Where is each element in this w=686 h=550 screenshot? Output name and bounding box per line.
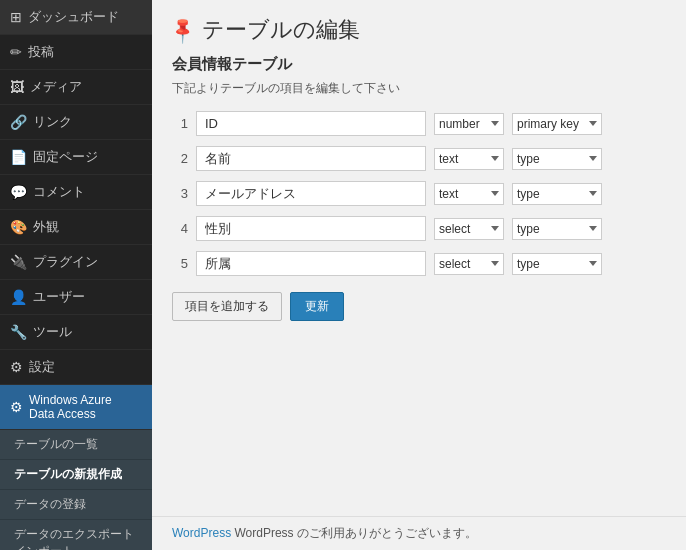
update-button[interactable]: 更新 (290, 292, 344, 321)
field-type-select[interactable]: numbertextselectdate (434, 218, 504, 240)
sidebar-item-posts[interactable]: ✏ 投稿 (0, 35, 152, 70)
sidebar-item-label: リンク (33, 113, 72, 131)
add-item-button[interactable]: 項目を追加する (172, 292, 282, 321)
field-key-select[interactable]: primary keytypeindexunique (512, 148, 602, 170)
main-content: 📌 テーブルの編集 会員情報テーブル 下記よりテーブルの項目を編集して下さい 1… (152, 0, 686, 516)
sidebar-item-users[interactable]: 👤 ユーザー (0, 280, 152, 315)
sidebar-item-settings[interactable]: ⚙ 設定 (0, 350, 152, 385)
sidebar-item-label: 外観 (33, 218, 59, 236)
sidebar-item-plugins[interactable]: 🔌 プラグイン (0, 245, 152, 280)
sidebar-item-pages[interactable]: 📄 固定ページ (0, 140, 152, 175)
tools-icon: 🔧 (10, 324, 27, 340)
sidebar-item-azure[interactable]: ⚙ Windows Azure Data Access (0, 385, 152, 430)
sidebar-item-label: 固定ページ (33, 148, 98, 166)
wordpress-link[interactable]: WordPress (172, 526, 231, 540)
sidebar-item-label: 設定 (29, 358, 55, 376)
posts-icon: ✏ (10, 44, 22, 60)
sidebar-item-media[interactable]: 🖼 メディア (0, 70, 152, 105)
field-name-input[interactable] (196, 146, 426, 171)
sidebar-item-appearance[interactable]: 🎨 外観 (0, 210, 152, 245)
field-key-select[interactable]: primary keytypeindexunique (512, 218, 602, 240)
field-type-select[interactable]: numbertextselectdate (434, 113, 504, 135)
field-name-input[interactable] (196, 216, 426, 241)
users-icon: 👤 (10, 289, 27, 305)
table-row: 4numbertextselectdateprimary keytypeinde… (172, 216, 666, 241)
sidebar-item-label: Windows Azure Data Access (29, 393, 112, 421)
table-row: 1numbertextselectdateprimary keytypeinde… (172, 111, 666, 136)
sidebar-item-label: コメント (33, 183, 85, 201)
settings-icon: ⚙ (10, 359, 23, 375)
azure-icon: ⚙ (10, 399, 23, 415)
submenu-data-register[interactable]: データの登録 (0, 490, 152, 520)
sidebar-item-label: 投稿 (28, 43, 54, 61)
row-number: 2 (172, 151, 188, 166)
field-name-input[interactable] (196, 251, 426, 276)
page-header: 📌 テーブルの編集 (172, 15, 666, 45)
instruction: 下記よりテーブルの項目を編集して下さい (172, 80, 666, 97)
table-name: 会員情報テーブル (172, 55, 666, 74)
field-name-input[interactable] (196, 111, 426, 136)
comments-icon: 💬 (10, 184, 27, 200)
pages-icon: 📄 (10, 149, 27, 165)
links-icon: 🔗 (10, 114, 27, 130)
submenu-data-export[interactable]: データのエクスポートインポート (0, 520, 152, 550)
fields-container: 1numbertextselectdateprimary keytypeinde… (172, 111, 666, 276)
sidebar-item-label: ツール (33, 323, 72, 341)
field-key-select[interactable]: primary keytypeindexunique (512, 113, 602, 135)
sidebar-item-label: ユーザー (33, 288, 85, 306)
field-type-select[interactable]: numbertextselectdate (434, 253, 504, 275)
plugins-icon: 🔌 (10, 254, 27, 270)
field-type-select[interactable]: numbertextselectdate (434, 183, 504, 205)
field-key-select[interactable]: primary keytypeindexunique (512, 253, 602, 275)
main-area: 📌 テーブルの編集 会員情報テーブル 下記よりテーブルの項目を編集して下さい 1… (152, 0, 686, 550)
field-key-select[interactable]: primary keytypeindexunique (512, 183, 602, 205)
row-number: 5 (172, 256, 188, 271)
submenu-table-list[interactable]: テーブルの一覧 (0, 430, 152, 460)
sidebar: ⊞ ダッシュボード ✏ 投稿 🖼 メディア 🔗 リンク 📄 固定ページ 💬 コメ… (0, 0, 152, 550)
main-footer: WordPress WordPress のご利用ありがとうございます。 (152, 516, 686, 550)
sidebar-item-label: プラグイン (33, 253, 98, 271)
field-name-input[interactable] (196, 181, 426, 206)
sidebar-item-label: ダッシュボード (28, 8, 119, 26)
dashboard-icon: ⊞ (10, 9, 22, 25)
sidebar-item-label: メディア (30, 78, 82, 96)
table-row: 2numbertextselectdateprimary keytypeinde… (172, 146, 666, 171)
pin-icon: 📌 (167, 14, 198, 45)
row-number: 4 (172, 221, 188, 236)
row-number: 3 (172, 186, 188, 201)
field-type-select[interactable]: numbertextselectdate (434, 148, 504, 170)
sidebar-item-dashboard[interactable]: ⊞ ダッシュボード (0, 0, 152, 35)
appearance-icon: 🎨 (10, 219, 27, 235)
media-icon: 🖼 (10, 79, 24, 95)
sidebar-item-tools[interactable]: 🔧 ツール (0, 315, 152, 350)
row-number: 1 (172, 116, 188, 131)
azure-submenu: テーブルの一覧 テーブルの新規作成 データの登録 データのエクスポートインポート… (0, 430, 152, 550)
footer-text: WordPress WordPress のご利用ありがとうございます。 (172, 526, 477, 540)
sidebar-item-links[interactable]: 🔗 リンク (0, 105, 152, 140)
table-row: 5numbertextselectdateprimary keytypeinde… (172, 251, 666, 276)
sidebar-item-comments[interactable]: 💬 コメント (0, 175, 152, 210)
table-row: 3numbertextselectdateprimary keytypeinde… (172, 181, 666, 206)
button-row: 項目を追加する 更新 (172, 292, 666, 321)
submenu-table-new[interactable]: テーブルの新規作成 (0, 460, 152, 490)
page-title: テーブルの編集 (202, 15, 360, 45)
